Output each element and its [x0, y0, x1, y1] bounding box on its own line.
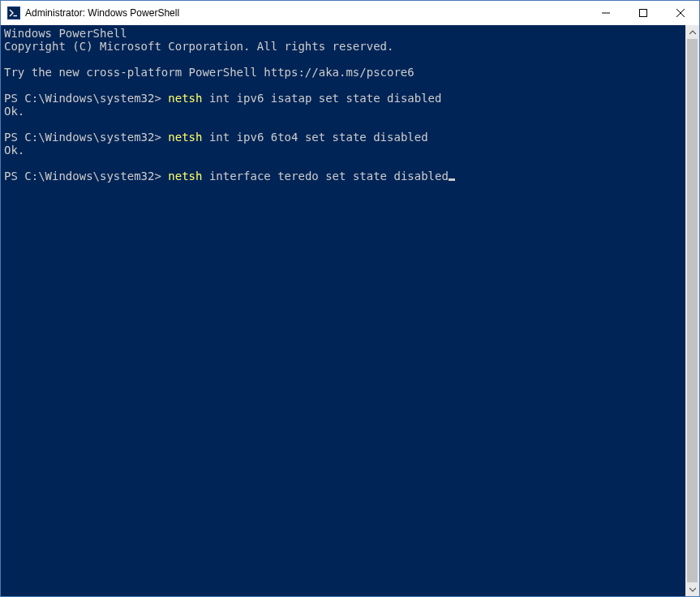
- blank-line: [4, 53, 685, 66]
- command-keyword: netsh: [168, 131, 202, 144]
- command-args: interface teredo set state disabled: [202, 170, 448, 183]
- command-keyword: netsh: [168, 92, 202, 105]
- command-args: int ipv6 6to4 set state disabled: [202, 131, 427, 144]
- svg-rect-0: [640, 10, 647, 17]
- command-line-1: PS C:\Windows\system32> netsh int ipv6 i…: [4, 92, 685, 105]
- command-keyword: netsh: [168, 170, 202, 183]
- command-args: int ipv6 isatap set state disabled: [202, 92, 441, 105]
- command-line-2: PS C:\Windows\system32> netsh int ipv6 6…: [4, 131, 685, 144]
- prompt: PS C:\Windows\system32>: [4, 170, 168, 183]
- blank-line: [4, 157, 685, 170]
- powershell-icon: [7, 6, 20, 19]
- output-ok: Ok.: [4, 144, 685, 157]
- tip-line: Try the new cross-platform PowerShell ht…: [4, 66, 685, 79]
- blank-line: [4, 79, 685, 92]
- prompt: PS C:\Windows\system32>: [4, 92, 168, 105]
- window-title: Administrator: Windows PowerShell: [25, 7, 587, 19]
- cursor: [449, 178, 455, 181]
- output-ok: Ok.: [4, 105, 685, 118]
- header-line: Windows PowerShell: [4, 27, 685, 40]
- scroll-thumb[interactable]: [687, 39, 698, 582]
- window-controls: [587, 1, 699, 25]
- powershell-window: Administrator: Windows PowerShell Window…: [0, 0, 700, 597]
- terminal-area: Windows PowerShellCopyright (C) Microsof…: [1, 25, 699, 596]
- maximize-button[interactable]: [625, 1, 662, 25]
- scrollbar[interactable]: [685, 25, 699, 596]
- close-button[interactable]: [662, 1, 699, 25]
- scroll-down-button[interactable]: [685, 582, 699, 596]
- blank-line: [4, 118, 685, 131]
- minimize-button[interactable]: [587, 1, 625, 25]
- scroll-up-button[interactable]: [685, 25, 699, 39]
- prompt: PS C:\Windows\system32>: [4, 131, 168, 144]
- copyright-line: Copyright (C) Microsoft Corporation. All…: [4, 40, 685, 53]
- command-line-3: PS C:\Windows\system32> netsh interface …: [4, 170, 685, 183]
- scroll-track[interactable]: [685, 39, 699, 582]
- terminal[interactable]: Windows PowerShellCopyright (C) Microsof…: [1, 25, 685, 596]
- titlebar[interactable]: Administrator: Windows PowerShell: [1, 1, 699, 25]
